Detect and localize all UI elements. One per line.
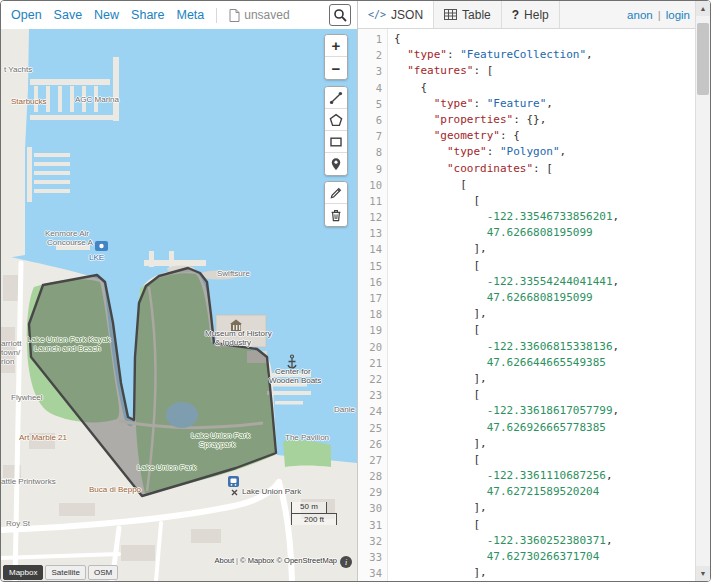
code-line[interactable]: ],	[394, 565, 695, 581]
zoom-controls: + −	[324, 34, 348, 80]
line-number: 13	[358, 225, 382, 241]
line-number: 33	[358, 549, 382, 565]
code-line[interactable]: 47.6266808195099	[394, 290, 695, 306]
layer-osm[interactable]: OSM	[88, 565, 118, 580]
streetcar-stop-icon	[228, 476, 239, 487]
code-line[interactable]: ],	[394, 306, 695, 322]
line-number: 27	[358, 452, 382, 468]
code-line[interactable]: -122.33554244041441,	[394, 274, 695, 290]
code-line[interactable]: -122.3360252380371,	[394, 533, 695, 549]
code-line[interactable]: "type": "Feature",	[394, 96, 695, 112]
panel-tab-bar: </> JSON Table ? Help anon | login	[358, 1, 710, 29]
code-line[interactable]: -122.33546733856201,	[394, 209, 695, 225]
line-number: 15	[358, 258, 382, 274]
scroll-up-arrow[interactable]: ▲	[696, 1, 710, 16]
scrollbar-thumb[interactable]	[697, 23, 709, 95]
line-number: 10	[358, 177, 382, 193]
line-number: 28	[358, 468, 382, 484]
tab-help-label: Help	[524, 8, 549, 22]
code-line[interactable]: ],	[394, 500, 695, 516]
tab-help[interactable]: ? Help	[502, 1, 560, 28]
code-icon: </>	[368, 9, 386, 20]
help-icon: ?	[512, 8, 519, 22]
line-number: 22	[358, 371, 382, 387]
attribution-credits[interactable]: © Mapbox © OpenStreetMap	[240, 556, 337, 565]
code-line[interactable]: "type": "FeatureCollection",	[394, 47, 695, 63]
code-line[interactable]: -122.3361110687256,	[394, 468, 695, 484]
line-number: 23	[358, 387, 382, 403]
info-button[interactable]: i	[340, 556, 352, 568]
rectangle-tool-icon	[329, 135, 343, 149]
code-line[interactable]: "type": "Polygon",	[394, 144, 695, 160]
code-line[interactable]: [	[394, 193, 695, 209]
layer-mapbox[interactable]: Mapbox	[3, 565, 43, 580]
code-line[interactable]: 47.626926665778385	[394, 420, 695, 436]
json-editor[interactable]: 1234567891011121314151617181920212223242…	[358, 29, 695, 581]
code-line[interactable]: [	[394, 517, 695, 533]
delete-button[interactable]	[325, 204, 347, 226]
line-number: 16	[358, 274, 382, 290]
code-line[interactable]: {	[394, 31, 695, 47]
code-line[interactable]: [	[394, 322, 695, 338]
code-line[interactable]: ],	[394, 436, 695, 452]
map-canvas[interactable]: t YachtsStarbucksAGC MarinaKenmore AirCo…	[1, 29, 357, 581]
code-line[interactable]: 47.6266808195099	[394, 225, 695, 241]
code-line[interactable]: 47.62721589520204	[394, 484, 695, 500]
line-number: 5	[358, 96, 382, 112]
menu-open[interactable]: Open	[11, 8, 42, 22]
seaplane-terminal-icon	[95, 241, 108, 251]
login-link[interactable]: login	[666, 9, 690, 21]
menu-meta[interactable]: Meta	[176, 8, 204, 22]
tab-json-label: JSON	[391, 8, 423, 22]
draw-line-button[interactable]	[325, 87, 347, 109]
tab-table[interactable]: Table	[434, 1, 502, 28]
draw-marker-button[interactable]	[325, 153, 347, 175]
search-button[interactable]	[329, 4, 351, 26]
shore-left	[1, 29, 29, 259]
file-menu-bar: Open Save New Share Meta unsaved	[1, 1, 357, 29]
code-line[interactable]: 47.62730266371704	[394, 549, 695, 565]
code-lines[interactable]: { "type": "FeatureCollection", "features…	[388, 29, 695, 581]
draw-polygon-button[interactable]	[325, 109, 347, 131]
code-line[interactable]: ],	[394, 241, 695, 257]
zoom-out-button[interactable]: −	[325, 57, 347, 79]
line-number: 12	[358, 209, 382, 225]
file-icon	[229, 9, 240, 22]
code-line[interactable]: [	[394, 387, 695, 403]
tab-json[interactable]: </> JSON	[358, 1, 434, 28]
line-number: 34	[358, 565, 382, 581]
line-number: 32	[358, 533, 382, 549]
code-line[interactable]: ],	[394, 371, 695, 387]
menu-new[interactable]: New	[94, 8, 119, 22]
edit-button[interactable]	[325, 182, 347, 204]
draw-rectangle-button[interactable]	[325, 131, 347, 153]
code-line[interactable]: "coordinates": [	[394, 161, 695, 177]
code-line[interactable]: 47.626644665549385	[394, 355, 695, 371]
code-line[interactable]: [	[394, 258, 695, 274]
code-line[interactable]: "features": [	[394, 63, 695, 79]
code-line[interactable]: -122.33618617057799,	[394, 403, 695, 419]
code-line[interactable]: -122.33606815338136,	[394, 339, 695, 355]
layer-satellite[interactable]: Satellite	[45, 565, 85, 580]
menu-share[interactable]: Share	[131, 8, 164, 22]
table-icon	[444, 9, 457, 20]
scale-bar: 50 m 200 ft	[291, 502, 337, 525]
line-number: 2	[358, 47, 382, 63]
scroll-down-arrow[interactable]: ▼	[696, 566, 710, 581]
code-line[interactable]: [	[394, 452, 695, 468]
menu-save[interactable]: Save	[54, 8, 83, 22]
code-line[interactable]: "geometry": {	[394, 128, 695, 144]
basemap-switcher: Mapbox Satellite OSM	[3, 565, 118, 580]
about-link[interactable]: About	[215, 556, 235, 565]
line-number: 26	[358, 436, 382, 452]
tab-table-label: Table	[462, 8, 491, 22]
line-number: 1	[358, 31, 382, 47]
line-number: 14	[358, 241, 382, 257]
map-pane: Open Save New Share Meta unsaved	[1, 1, 357, 581]
code-line[interactable]: [	[394, 177, 695, 193]
line-number: 24	[358, 403, 382, 419]
zoom-in-button[interactable]: +	[325, 35, 347, 57]
polygon-tool-icon	[329, 113, 343, 127]
code-line[interactable]: {	[394, 80, 695, 96]
code-line[interactable]: "properties": {},	[394, 112, 695, 128]
